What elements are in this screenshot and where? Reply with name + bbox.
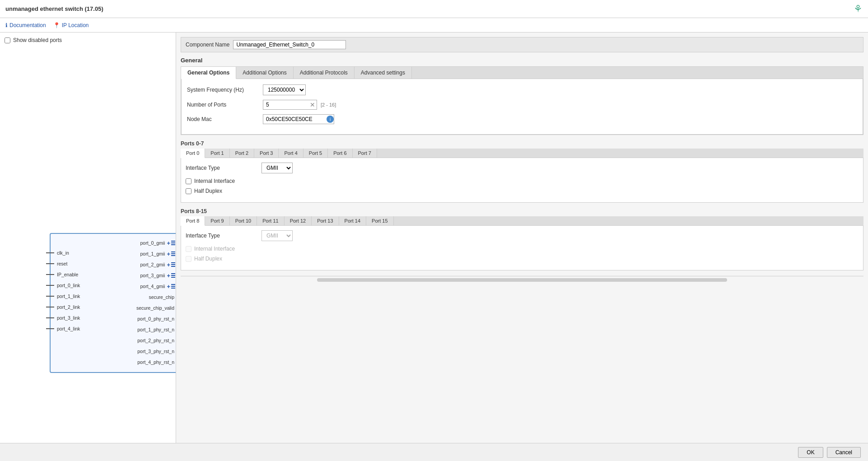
ports-815-title: Ports 8-15: [181, 208, 863, 214]
port-tab-2[interactable]: Port 2: [230, 149, 254, 158]
port07-internal-interface-checkbox[interactable]: [186, 178, 191, 184]
ip-location-link[interactable]: 📍 IP Location: [53, 22, 89, 28]
ports-07-tab-header: Port 0 Port 1 Port 2 Port 3 Port 4 Port …: [181, 149, 863, 158]
documentation-label: Documentation: [9, 22, 46, 28]
port-tab-15[interactable]: Port 15: [366, 216, 393, 225]
port07-half-duplex-checkbox[interactable]: [186, 188, 191, 194]
port-tab-9[interactable]: Port 9: [205, 216, 229, 225]
general-section-title: General: [181, 57, 863, 64]
port-3-gmii: port_3_gmii +: [140, 270, 176, 281]
show-disabled-ports-row: Show disabled ports: [5, 37, 171, 43]
node-mac-label: Node Mac: [187, 116, 259, 122]
show-disabled-ports-checkbox[interactable]: [5, 37, 10, 43]
port-secure-chip: secure_chip: [149, 292, 176, 303]
port-0-gmii: port_0_gmii +: [140, 237, 176, 248]
port-4-link: port_4_link: [54, 323, 80, 334]
port815-internal-interface-label: Internal Interface: [194, 246, 235, 252]
port-tab-3[interactable]: Port 3: [254, 149, 279, 158]
ports-07-tabs: Port 0 Port 1 Port 2 Port 3 Port 4 Port …: [181, 149, 863, 203]
port-tab-1[interactable]: Port 1: [205, 149, 229, 158]
port-clk-in: clk_in: [54, 247, 80, 258]
number-of-ports-input[interactable]: [263, 100, 308, 109]
component-name-input[interactable]: [233, 40, 346, 49]
cancel-button[interactable]: Cancel: [827, 447, 861, 458]
system-frequency-label: System Frequency (Hz): [187, 87, 259, 93]
port815-internal-interface-checkbox[interactable]: [186, 246, 191, 252]
tab-additional-protocols[interactable]: Additional Protocols: [294, 67, 355, 79]
right-panel: Component Name General General Options A…: [176, 33, 868, 443]
port-tab-4[interactable]: Port 4: [279, 149, 303, 158]
port-tab-14[interactable]: Port 14: [339, 216, 366, 225]
system-frequency-select[interactable]: 125000000250000000: [263, 84, 306, 95]
port-tab-12[interactable]: Port 12: [285, 216, 312, 225]
ip-location-label: IP Location: [62, 22, 89, 28]
port-tab-5[interactable]: Port 5: [303, 149, 328, 158]
component-name-label: Component Name: [186, 42, 229, 48]
number-of-ports-clear-btn[interactable]: ✕: [308, 101, 317, 108]
node-mac-input-wrapper: i: [263, 114, 334, 124]
port-3-phy-rst-n: port_3_phy_rst_n: [137, 346, 176, 357]
tab-advanced-settings[interactable]: Advanced settings: [355, 67, 412, 79]
port815-interface-type-select[interactable]: GMII RGMII MII: [261, 230, 293, 241]
port815-half-duplex-checkbox[interactable]: [186, 256, 191, 262]
number-of-ports-row: Number of Ports ✕ [2 - 16]: [187, 100, 857, 110]
port-tab-6[interactable]: Port 6: [328, 149, 352, 158]
port-0-link: port_0_link: [54, 280, 80, 291]
port815-internal-interface-row: Internal Interface: [186, 246, 859, 252]
port07-interface-type-row: Interface Type GMII RGMII MII: [186, 163, 859, 173]
ports-07-title: Ports 0-7: [181, 140, 863, 147]
number-of-ports-range: [2 - 16]: [321, 102, 336, 107]
show-disabled-ports-label: Show disabled ports: [13, 37, 62, 43]
port-2-phy-rst-n: port_2_phy_rst_n: [137, 335, 176, 346]
component-name-bar: Component Name: [181, 37, 863, 52]
port815-half-duplex-row: Half Duplex: [186, 256, 859, 262]
port-2-link: port_2_link: [54, 302, 80, 312]
number-of-ports-input-wrapper: ✕: [263, 100, 317, 110]
port07-half-duplex-label: Half Duplex: [194, 188, 222, 194]
title-bar: unmanaged ethernet switch (17.05) ⚘: [0, 0, 868, 18]
bottom-bar: OK Cancel: [0, 443, 868, 461]
port-tab-7[interactable]: Port 7: [353, 149, 377, 158]
port-3-link: port_3_link: [54, 312, 80, 323]
port07-interface-type-label: Interface Type: [186, 165, 258, 171]
port-1-gmii: port_1_gmii +: [140, 248, 176, 259]
port815-half-duplex-label: Half Duplex: [194, 256, 222, 262]
general-tab-header: General Options Additional Options Addit…: [181, 67, 863, 79]
port-2-gmii: port_2_gmii +: [140, 259, 176, 270]
node-mac-input[interactable]: [263, 115, 327, 124]
ports-815-content: Interface Type GMII RGMII MII Internal I…: [181, 226, 863, 270]
location-icon: 📍: [53, 22, 60, 28]
port-4-phy-rst-n: port_4_phy_rst_n: [137, 357, 176, 368]
port-1-phy-rst-n: port_1_phy_rst_n: [137, 324, 176, 335]
window-title: unmanaged ethernet switch (17.05): [5, 5, 103, 12]
port-0-phy-rst-n: port_0_phy_rst_n: [137, 313, 176, 324]
ok-button[interactable]: OK: [798, 447, 823, 458]
port-ip-enable: IP_enable: [54, 269, 80, 280]
horizontal-scrollbar[interactable]: [181, 276, 863, 283]
general-tab-content: System Frequency (Hz) 125000000250000000…: [181, 79, 863, 135]
app-logo: ⚘: [854, 3, 863, 15]
port-secure-chip-valid: secure_chip_valid: [136, 303, 176, 313]
tab-general-options[interactable]: General Options: [181, 67, 236, 79]
general-section: General General Options Additional Optio…: [181, 57, 863, 135]
component-diagram: clk_in reset IP_enable port_0_link: [50, 233, 176, 373]
port-tab-10[interactable]: Port 10: [230, 216, 257, 225]
ports-815-section: Ports 8-15 Port 8 Port 9 Port 10 Port 11…: [181, 208, 863, 270]
port07-internal-interface-row: Internal Interface: [186, 178, 859, 184]
port07-internal-interface-label: Internal Interface: [194, 178, 235, 184]
number-of-ports-label: Number of Ports: [187, 102, 259, 108]
system-frequency-row: System Frequency (Hz) 125000000250000000: [187, 84, 857, 95]
port-tab-11[interactable]: Port 11: [257, 216, 284, 225]
port-1-link: port_1_link: [54, 291, 80, 302]
tab-additional-options[interactable]: Additional Options: [236, 67, 293, 79]
port-tab-13[interactable]: Port 13: [312, 216, 339, 225]
port-tab-0[interactable]: Port 0: [181, 149, 205, 158]
main-layout: Show disabled ports clk_in reset: [0, 33, 868, 443]
port07-interface-type-select[interactable]: GMII RGMII MII: [261, 163, 293, 173]
ports-07-content: Interface Type GMII RGMII MII Internal I…: [181, 158, 863, 203]
general-tab-container: General Options Additional Options Addit…: [181, 66, 863, 135]
node-mac-info-btn[interactable]: i: [327, 116, 334, 123]
documentation-link[interactable]: ℹ Documentation: [5, 22, 46, 28]
ports-07-section: Ports 0-7 Port 0 Port 1 Port 2 Port 3 Po…: [181, 140, 863, 203]
port-tab-8[interactable]: Port 8: [181, 216, 205, 226]
